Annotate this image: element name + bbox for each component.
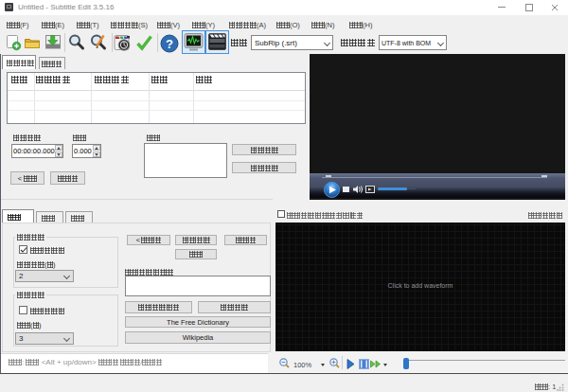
svg-text:?: ? xyxy=(166,37,173,51)
